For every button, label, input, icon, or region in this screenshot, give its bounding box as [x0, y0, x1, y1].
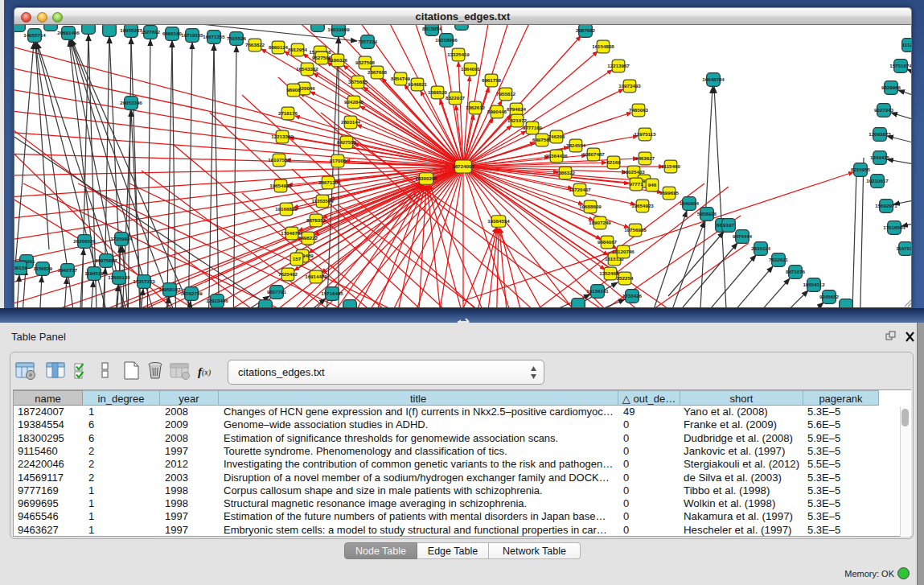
svg-text:157: 157: [293, 256, 302, 262]
svg-text:19384554: 19384554: [487, 218, 510, 224]
svg-text:6466160: 6466160: [162, 31, 183, 36]
svg-text:19218906: 19218906: [435, 37, 458, 43]
svg-text:9463627: 9463627: [635, 155, 655, 161]
svg-text:16154808: 16154808: [592, 43, 614, 49]
svg-text:8427552: 8427552: [337, 139, 357, 145]
svg-text:12923446: 12923446: [206, 298, 228, 303]
svg-text:10688609: 10688609: [579, 204, 602, 209]
svg-text:16648784: 16648784: [702, 76, 725, 82]
svg-text:8471676: 8471676: [786, 269, 806, 274]
svg-text:8215955: 8215955: [851, 167, 871, 172]
svg-text:1194519: 1194519: [84, 270, 104, 276]
svg-text:8322037: 8322037: [446, 95, 466, 101]
svg-text:10210617: 10210617: [866, 178, 889, 183]
svg-text:99975867: 99975867: [95, 257, 117, 263]
svg-text:917006: 917006: [330, 158, 347, 163]
svg-text:20691406: 20691406: [57, 30, 80, 35]
svg-text:2803144: 2803144: [341, 119, 361, 125]
svg-text:20364436: 20364436: [545, 153, 568, 159]
svg-text:6961758: 6961758: [482, 77, 502, 83]
svg-text:1733426: 1733426: [622, 293, 643, 299]
svg-text:8912954: 8912954: [288, 47, 308, 52]
svg-text:1640954: 1640954: [680, 200, 700, 206]
svg-text:16033809: 16033809: [327, 27, 350, 32]
svg-text:9146821: 9146821: [408, 81, 428, 87]
svg-text:10973493: 10973493: [618, 83, 641, 89]
svg-text:5498222: 5498222: [298, 235, 318, 241]
svg-text:1156829: 1156829: [33, 266, 52, 271]
svg-text:1364091: 1364091: [461, 66, 481, 72]
svg-text:9197: 9197: [723, 222, 734, 228]
svg-text:2367608: 2367608: [368, 69, 388, 75]
svg-text:1167533: 1167533: [896, 245, 912, 251]
svg-text:19654925: 19654925: [269, 183, 292, 188]
svg-text:16136141: 16136141: [586, 288, 609, 294]
svg-text:6794024: 6794024: [507, 106, 527, 112]
svg-text:15751074: 15751074: [889, 63, 912, 68]
svg-text:8454749: 8454749: [391, 76, 411, 81]
svg-text:39159: 39159: [14, 265, 27, 270]
svg-text:19654923: 19654923: [631, 203, 654, 208]
svg-text:3875685: 3875685: [348, 79, 368, 84]
svg-text:7515526: 7515526: [227, 35, 247, 41]
svg-text:8813054: 8813054: [422, 26, 442, 31]
svg-text:1527602: 1527602: [141, 29, 161, 35]
svg-text:10958107: 10958107: [158, 286, 181, 292]
svg-text:16671355: 16671355: [203, 34, 225, 39]
svg-text:9245652: 9245652: [819, 294, 840, 299]
svg-text:15716485: 15716485: [321, 290, 343, 296]
svg-text:7357224: 7357224: [358, 39, 378, 44]
svg-text:8186326: 8186326: [328, 57, 348, 63]
svg-text:11123: 11123: [902, 42, 912, 47]
svg-text:97771: 97771: [629, 181, 643, 187]
svg-text:7386322: 7386322: [556, 170, 576, 175]
svg-text:12213369: 12213369: [271, 134, 294, 139]
svg-text:19756928: 19756928: [624, 227, 647, 233]
svg-text:10655267: 10655267: [120, 27, 142, 33]
svg-text:7625402: 7625402: [278, 271, 298, 277]
svg-text:20053346: 20053346: [120, 100, 142, 105]
svg-text:3867130: 3867130: [318, 179, 339, 185]
svg-text:1621072: 1621072: [507, 117, 528, 123]
svg-text:9327508: 9327508: [355, 60, 376, 65]
svg-text:8878352: 8878352: [306, 217, 326, 223]
svg-text:16782759: 16782759: [180, 290, 203, 296]
svg-text:3824554: 3824554: [566, 142, 586, 148]
svg-text:62160: 62160: [606, 159, 621, 165]
svg-text:10719155: 10719155: [181, 32, 203, 38]
svg-text:19166829: 19166829: [275, 206, 298, 212]
svg-text:9242848: 9242848: [344, 99, 364, 105]
svg-text:12213967: 12213967: [607, 63, 630, 68]
svg-text:17016504: 17016504: [883, 225, 906, 230]
svg-text:16914479: 16914479: [305, 274, 327, 279]
svg-text:9474444: 9474444: [733, 233, 753, 239]
svg-text:2935114: 2935114: [751, 245, 770, 251]
svg-text:12505135: 12505135: [108, 274, 130, 280]
svg-text:11353594: 11353594: [311, 198, 334, 204]
svg-text:14055714: 14055714: [23, 32, 46, 38]
svg-text:2942737: 2942737: [58, 267, 78, 273]
svg-text:98908: 98908: [286, 87, 301, 93]
svg-text:16120746: 16120746: [612, 249, 634, 254]
svg-text:252254: 252254: [617, 275, 634, 281]
svg-text:18300295: 18300295: [415, 175, 437, 181]
svg-text:2718176: 2718176: [278, 110, 298, 116]
svg-text:8660124: 8660124: [269, 44, 289, 50]
svg-text:8990448: 8990448: [487, 109, 507, 114]
svg-text:5958926: 5958926: [697, 211, 717, 216]
svg-text:16107552: 16107552: [268, 157, 290, 163]
svg-text:10807487: 10807487: [582, 151, 605, 157]
svg-text:2087682: 2087682: [576, 27, 596, 33]
svg-text:18724007: 18724007: [452, 163, 474, 169]
svg-text:9699695: 9699695: [659, 190, 680, 196]
svg-text:15692971: 15692971: [875, 203, 897, 208]
svg-text:9115460: 9115460: [661, 163, 680, 169]
svg-text:18907249: 18907249: [589, 220, 611, 225]
svg-text:946: 946: [648, 182, 657, 187]
svg-text:12093873: 12093873: [869, 131, 891, 137]
svg-text:7632621: 7632621: [769, 257, 789, 262]
svg-text:10025433: 10025433: [622, 169, 645, 175]
svg-text:746206: 746206: [548, 134, 565, 139]
svg-text:13325419: 13325419: [447, 51, 470, 57]
svg-text:9684067: 9684067: [598, 239, 618, 245]
